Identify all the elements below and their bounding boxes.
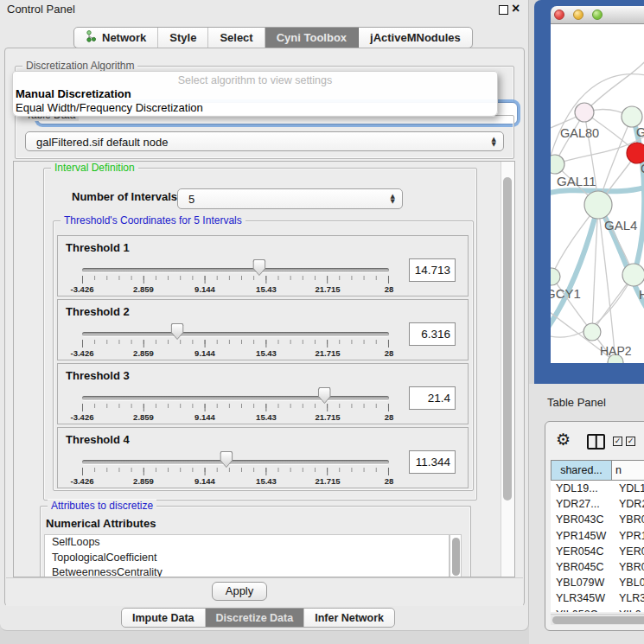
table-cell[interactable]: YDL1: [612, 482, 644, 494]
table-row[interactable]: YPR145WYPR1: [551, 528, 644, 544]
attribute-item[interactable]: SelfLoops: [45, 535, 449, 551]
threshold-value-field[interactable]: 14.713: [409, 258, 456, 282]
tab-style[interactable]: Style: [158, 28, 208, 48]
list-scrollbar[interactable]: [450, 534, 462, 577]
settings-scrollbar[interactable]: [501, 162, 514, 577]
close-traffic-light-icon[interactable]: [554, 10, 564, 20]
table-row[interactable]: YIL052CYIL0: [551, 607, 644, 613]
zoom-traffic-light-icon[interactable]: [592, 10, 603, 20]
network-node[interactable]: [627, 143, 644, 163]
table-cell[interactable]: YBR045C: [551, 561, 612, 573]
dropdown-item-manual-discretization[interactable]: Manual Discretization: [16, 87, 131, 100]
tick-label: -3.426: [71, 412, 94, 422]
checkbox-icon[interactable]: ✓: [626, 437, 635, 446]
gear-icon[interactable]: ⚙: [556, 430, 571, 449]
threshold-3-block: Threshold 3 -3.426 2.859 9.144 15.43 21.…: [57, 363, 469, 424]
threshold-value-field[interactable]: 21.4: [409, 386, 456, 410]
tab-impute-data[interactable]: Impute Data: [122, 609, 206, 627]
network-edge[interactable]: [551, 205, 598, 328]
threshold-1-slider[interactable]: -3.426 2.859 9.144 15.43 21.715 28: [82, 236, 389, 297]
threshold-4-slider[interactable]: -3.426 2.859 9.144 15.43 21.715 28: [82, 428, 389, 489]
table-cell[interactable]: YLR3: [612, 592, 644, 604]
table-row[interactable]: YBL079WYBL0: [551, 575, 644, 590]
column-header-shared-name[interactable]: shared...: [551, 460, 612, 481]
table-data-combobox[interactable]: galFiltered.sif default node ▲▼: [25, 131, 504, 151]
tab-label: Style: [169, 31, 196, 44]
threshold-4-block: Threshold 4 -3.426 2.859 9.144 15.43 21.…: [57, 427, 469, 488]
table-cell[interactable]: YIL0: [612, 609, 641, 612]
apply-button[interactable]: Apply: [212, 582, 267, 601]
apply-bar: Apply: [6, 577, 523, 606]
table-row[interactable]: YDL19...YDL1: [551, 481, 644, 496]
column-header-name[interactable]: n: [612, 460, 644, 481]
table-cell[interactable]: YIL052C: [551, 609, 612, 612]
table-cell[interactable]: YLR345W: [551, 592, 612, 604]
threshold-2-slider[interactable]: -3.426 2.859 9.144 15.43 21.715 28: [82, 300, 389, 361]
table-cell[interactable]: YBL079W: [551, 577, 612, 589]
tab-cyni-toolbox[interactable]: Cyni Toolbox: [265, 28, 359, 48]
network-edge[interactable]: [584, 59, 644, 112]
slider-ticks: [82, 404, 389, 411]
table-cell[interactable]: YER0: [612, 545, 644, 558]
threshold-3-slider[interactable]: -3.426 2.859 9.144 15.43 21.715 28: [82, 364, 389, 425]
tab-discretize-data[interactable]: Discretize Data: [206, 609, 305, 627]
slider-handle[interactable]: [171, 323, 184, 340]
slider-handle[interactable]: [220, 451, 233, 468]
slider-handle[interactable]: [318, 387, 331, 404]
table-cell[interactable]: YBR0: [612, 561, 644, 573]
slider-track[interactable]: [82, 268, 389, 272]
table-cell[interactable]: YPR1: [612, 530, 644, 542]
table-row[interactable]: YDR27...YDR2: [551, 496, 644, 512]
scrollbar-thumb[interactable]: [552, 616, 644, 624]
attribute-item[interactable]: TopologicalCoefficient: [45, 551, 449, 566]
checkbox-icon[interactable]: ✓: [613, 437, 622, 446]
tab-label: Impute Data: [132, 612, 194, 624]
table-row[interactable]: YBR043CYBR0: [551, 512, 644, 527]
threshold-value-field[interactable]: 6.316: [409, 322, 456, 346]
slider-track[interactable]: [82, 332, 389, 336]
numerical-attributes-list[interactable]: SelfLoopsTopologicalCoefficientBetweenne…: [44, 534, 450, 577]
network-canvas[interactable]: GAL80GACGAL11GAL4GCY1HHAP2: [551, 24, 644, 363]
table-cell[interactable]: YBL0: [612, 577, 644, 589]
slider-handle[interactable]: [252, 259, 265, 276]
network-node[interactable]: [584, 191, 612, 219]
network-node[interactable]: [551, 155, 564, 174]
tick-label: 15.43: [256, 284, 277, 294]
table-row[interactable]: YER054CYER0: [551, 544, 644, 559]
close-icon[interactable]: ×: [512, 0, 520, 17]
network-node[interactable]: [622, 106, 642, 127]
table-cell[interactable]: YDR27...: [551, 498, 612, 510]
network-node[interactable]: [575, 103, 594, 122]
tick-label: 21.715: [315, 284, 340, 294]
minimize-traffic-light-icon[interactable]: [573, 10, 583, 20]
network-node[interactable]: [551, 268, 560, 285]
network-node-label: GAL4: [604, 218, 637, 233]
tab-network[interactable]: Network: [74, 28, 158, 48]
table-cell[interactable]: YER054C: [551, 545, 612, 558]
table-row[interactable]: YBR045CYBR0: [551, 559, 644, 575]
scrollbar-thumb[interactable]: [503, 177, 512, 501]
network-node[interactable]: [583, 323, 601, 341]
slider-track[interactable]: [82, 460, 389, 464]
attribute-item[interactable]: BetweennessCentrality: [45, 565, 449, 577]
attributes-group: Attributes to discretize Numerical Attri…: [40, 506, 471, 577]
network-node[interactable]: [622, 264, 644, 286]
table-cell[interactable]: YPR145W: [551, 530, 612, 542]
table-cell[interactable]: YBR043C: [551, 513, 612, 526]
network-window-titlebar: [551, 6, 644, 24]
tab-infer-network[interactable]: Infer Network: [304, 609, 394, 627]
number-of-intervals-combobox[interactable]: 5 ▲▼: [177, 188, 403, 209]
tab-select[interactable]: Select: [208, 28, 265, 48]
threshold-value-field[interactable]: 11.344: [409, 450, 456, 474]
float-window-icon[interactable]: [499, 5, 508, 15]
table-hscrollbar[interactable]: [551, 614, 644, 625]
tab-jactivemnodules[interactable]: jActiveMNodules: [359, 28, 472, 48]
dropdown-item-equal-width-frequency[interactable]: Equal Width/Frequency Discretization: [16, 101, 203, 114]
table-cell[interactable]: YBR0: [612, 513, 644, 526]
scrollbar-thumb[interactable]: [452, 538, 460, 576]
columns-icon[interactable]: [587, 434, 605, 450]
table-cell[interactable]: YDR2: [612, 498, 644, 510]
table-row[interactable]: YLR345WYLR3: [551, 590, 644, 606]
table-cell[interactable]: YDL19...: [551, 482, 612, 494]
slider-track[interactable]: [82, 396, 389, 400]
